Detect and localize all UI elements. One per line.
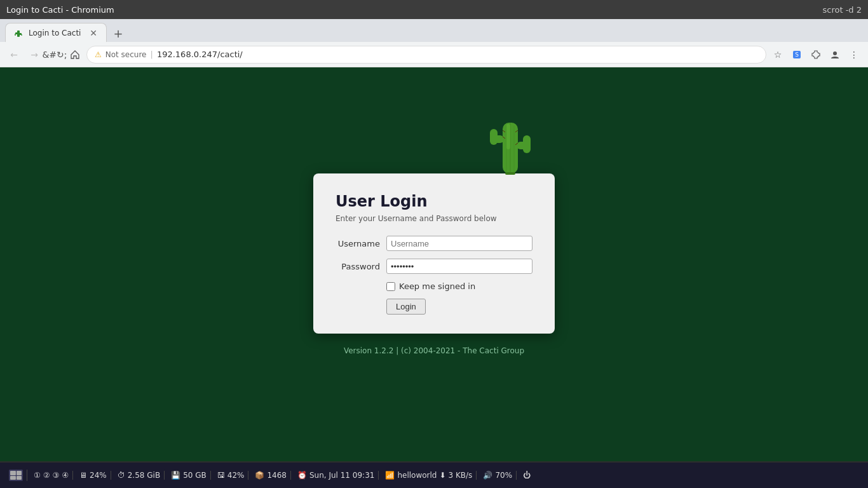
ram-icon: ⏱ (118, 471, 125, 480)
network-section: 📶 helloworld ⬇ 3 KB/s (381, 471, 477, 480)
bookmark-button[interactable]: ☆ (769, 46, 787, 64)
shield-icon: S (792, 50, 802, 60)
clock-icon: ⏰ (297, 471, 307, 480)
app-3[interactable]: ③ (53, 471, 60, 480)
workspace-dot-1 (10, 471, 16, 475)
network-name: helloworld (397, 471, 437, 480)
browser-tab-active[interactable]: Login to Cacti ✕ (5, 23, 107, 42)
ram-value: 2.58 GiB (128, 471, 160, 480)
password-label: Password (336, 262, 380, 271)
netspeed-icon: ⬇ (439, 471, 445, 480)
app-1[interactable]: ① (34, 471, 41, 480)
svg-rect-13 (523, 135, 531, 153)
password-row: Password (336, 259, 532, 274)
volume-section: 🔊 70% (479, 471, 517, 480)
version-text: Version 1.2.2 | (c) 2004-2021 - The Cact… (344, 346, 524, 355)
home-icon (71, 50, 79, 59)
svg-rect-22 (506, 124, 510, 149)
svg-text:S: S (795, 51, 799, 58)
tab-label: Login to Cacti (29, 29, 83, 37)
volume-icon: 🔊 (483, 471, 492, 480)
keep-signed-label: Keep me signed in (399, 281, 475, 291)
workspace-dot-3 (10, 476, 16, 480)
disk2-section: 🖫 42% (214, 471, 249, 480)
home-button[interactable] (66, 46, 84, 64)
page-content: User Login Enter your Username and Passw… (0, 67, 868, 461)
username-label: Username (336, 239, 380, 248)
workspace-dot-2 (17, 471, 22, 475)
not-secure-text: Not secure (105, 50, 147, 59)
login-button[interactable]: Login (386, 299, 426, 315)
back-button[interactable]: ← (5, 46, 23, 64)
datetime-section: ⏰ Sun, Jul 11 09:31 (294, 471, 379, 480)
separator: | (151, 50, 153, 59)
profile-icon (830, 50, 840, 60)
tab-close-button[interactable]: ✕ (88, 28, 98, 38)
title-bar: Login to Cacti - Chromium scrot -d 2 (0, 0, 868, 19)
netspeed-value: 3 KB/s (449, 471, 473, 480)
tasks-section: 📦 1468 (251, 471, 291, 480)
volume-value: 70% (495, 471, 512, 480)
app-4[interactable]: ④ (62, 471, 69, 480)
ram-section: ⏱ 2.58 GiB (114, 471, 165, 480)
nav-right-icons: ☆ S ⋮ (769, 46, 863, 64)
taskbar: ① ② ③ ④ 🖥 24% ⏱ 2.58 GiB 💾 50 GB 🖫 42% 📦… (0, 463, 868, 488)
power-icon[interactable]: ⏻ (523, 471, 531, 480)
cactus-decoration (478, 104, 542, 186)
profile-button[interactable] (826, 46, 844, 64)
cpu-section: 🖥 24% (76, 471, 111, 480)
cpu-icon: 🖥 (79, 471, 87, 480)
new-tab-button[interactable]: + (109, 24, 127, 42)
url-text: 192.168.0.247/cacti/ (157, 50, 243, 59)
tasks-value: 1468 (267, 471, 287, 480)
app-2[interactable]: ② (43, 471, 50, 480)
title-bar-command: scrot -d 2 (822, 5, 862, 15)
menu-button[interactable]: ⋮ (845, 46, 863, 64)
cactus-svg (478, 104, 542, 186)
disk2-icon: 🖫 (217, 471, 225, 480)
wifi-icon: 📶 (385, 471, 395, 480)
power-section[interactable]: ⏻ (519, 471, 534, 480)
tab-favicon (13, 28, 24, 38)
password-input[interactable] (386, 259, 532, 274)
workspace-button[interactable] (9, 470, 23, 481)
svg-rect-11 (490, 129, 498, 145)
cpu-value: 24% (90, 471, 107, 480)
svg-rect-21 (505, 172, 515, 175)
apps-section: ① ② ③ ④ (30, 471, 73, 480)
login-subtitle: Enter your Username and Password below (336, 214, 532, 223)
disk-section: 💾 50 GB (167, 471, 211, 480)
extensions-button[interactable] (807, 46, 825, 64)
tasks-icon: 📦 (255, 471, 264, 480)
workspace-dot-4 (17, 476, 22, 480)
username-row: Username (336, 236, 532, 251)
disk-value: 50 GB (183, 471, 207, 480)
forward-button[interactable]: → (25, 46, 43, 64)
title-bar-right: scrot -d 2 (822, 5, 862, 15)
disk2-value: 42% (227, 471, 245, 480)
puzzle-icon (811, 50, 821, 60)
title-bar-left: Login to Cacti - Chromium (6, 5, 114, 15)
title-bar-text: Login to Cacti - Chromium (6, 5, 114, 15)
datetime-value: Sun, Jul 11 09:31 (309, 471, 374, 480)
disk-icon: 💾 (171, 471, 180, 480)
security-icon: ⚠ (95, 50, 102, 59)
login-title: User Login (336, 193, 532, 210)
tab-bar: Login to Cacti ✕ + (0, 19, 868, 42)
username-input[interactable] (386, 236, 532, 251)
nav-bar: ← → &#↻; ⚠ Not secure | 192.168.0.247/ca… (0, 42, 868, 67)
keep-signed-row: Keep me signed in (386, 281, 532, 291)
login-card-wrapper: User Login Enter your Username and Passw… (313, 173, 555, 334)
keep-signed-checkbox[interactable] (386, 282, 395, 291)
workspace-section (5, 470, 27, 481)
reload-button[interactable]: &#↻; (46, 46, 64, 64)
extension-s-icon[interactable]: S (788, 46, 806, 64)
svg-point-8 (833, 51, 837, 55)
login-card: User Login Enter your Username and Passw… (313, 173, 555, 334)
address-bar[interactable]: ⚠ Not secure | 192.168.0.247/cacti/ (86, 46, 766, 64)
